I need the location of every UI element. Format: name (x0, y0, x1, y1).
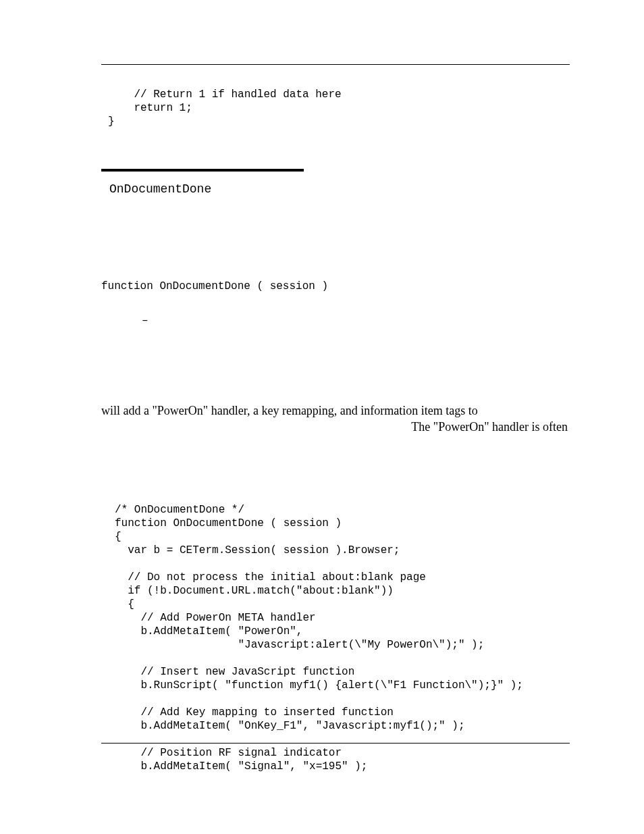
top-rule (101, 64, 570, 65)
page: // Return 1 if handled data here return … (0, 0, 644, 834)
body-line-1: will add a "PowerOn" handler, a key rema… (101, 402, 570, 419)
function-signature: function OnDocumentDone ( session ) (101, 279, 570, 294)
bottom-rule (101, 743, 570, 744)
code-snippet-main: /* OnDocumentDone */ function OnDocument… (115, 503, 570, 773)
code-snippet-top: // Return 1 if handled data here return … (108, 88, 570, 128)
dash-glyph: – (142, 313, 570, 328)
body-line-2: The "PowerOn" handler is often (101, 419, 570, 435)
signature-block: function OnDocumentDone ( session ) – (101, 279, 570, 328)
body-paragraph: will add a "PowerOn" handler, a key rema… (101, 402, 570, 436)
section-divider (101, 169, 304, 172)
section-title: OnDocumentDone (109, 181, 570, 198)
